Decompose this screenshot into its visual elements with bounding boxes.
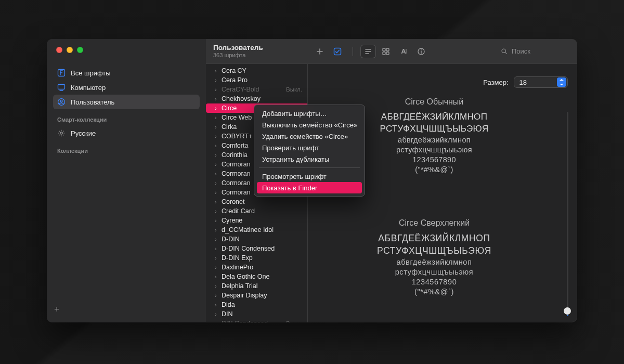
chevron-right-icon[interactable]: › [213, 152, 218, 158]
font-row[interactable]: ›Delphia Trial [206, 281, 307, 291]
svg-rect-10 [406, 49, 407, 54]
font-name: DIN [222, 310, 233, 318]
view-sample-button[interactable] [360, 45, 376, 58]
chevron-right-icon[interactable]: › [213, 124, 218, 130]
font-row[interactable]: ›Dela Gothic One [206, 272, 307, 281]
font-name: Chekhovskoy [222, 95, 261, 102]
sidebar-section-smart: Смарт-коллекции [53, 109, 200, 126]
chevron-right-icon[interactable]: › [213, 96, 218, 102]
chevron-right-icon[interactable]: › [213, 68, 218, 74]
zoom-icon[interactable] [77, 47, 83, 53]
sidebar-item-computer[interactable]: Компьютер [53, 80, 200, 95]
svg-rect-8 [383, 52, 385, 55]
sidebar-item-label: Русские [71, 129, 96, 137]
font-row[interactable]: ›Cera Pro [206, 75, 307, 85]
search-input[interactable] [511, 47, 568, 56]
menu-item[interactable]: Устранить дубликаты [257, 153, 362, 165]
size-slider[interactable] [564, 112, 571, 316]
chevron-right-icon[interactable]: › [213, 199, 218, 205]
chevron-right-icon[interactable]: › [213, 209, 218, 214]
chevron-right-icon[interactable]: › [213, 190, 218, 196]
font-row[interactable]: ›Cera CY [206, 66, 307, 75]
font-row[interactable]: ›d_CCMatinee Idol [206, 225, 307, 235]
chevron-right-icon[interactable]: › [213, 265, 218, 270]
chevron-right-icon[interactable]: › [213, 87, 218, 93]
font-name: Credit Card [222, 207, 255, 215]
font-row[interactable]: ›D-DIN Condensed [206, 244, 307, 253]
search-field[interactable] [496, 45, 571, 58]
font-status: Выкл. [286, 86, 302, 93]
add-fonts-button[interactable] [312, 45, 328, 58]
font-name: D-DIN Exp [222, 254, 253, 262]
menu-item[interactable]: Удалить семейство «Circe» [257, 131, 362, 142]
chevron-right-icon[interactable]: › [213, 115, 218, 121]
chevron-right-icon[interactable]: › [213, 218, 218, 224]
font-row[interactable]: ›Chekhovskoy [206, 94, 307, 103]
chevron-right-icon[interactable]: › [213, 283, 218, 289]
svg-point-13 [502, 49, 505, 53]
chevron-right-icon[interactable]: › [213, 106, 218, 111]
minimize-icon[interactable] [67, 47, 73, 53]
font-name: COBYRT+ [222, 133, 252, 140]
title-block: Пользователь 363 шрифта [206, 41, 308, 61]
view-grid-button[interactable] [378, 45, 394, 58]
chevron-right-icon[interactable]: › [213, 227, 218, 233]
context-menu[interactable]: Добавить шрифты…Выключить семейство «Cir… [254, 105, 365, 197]
font-row[interactable]: ›D-DIN [206, 235, 307, 244]
sidebar-item-user[interactable]: Пользователь [53, 95, 200, 109]
menu-item[interactable]: Добавить шрифты… [257, 108, 362, 119]
view-custom-button[interactable] [396, 45, 411, 58]
font-row[interactable]: ›CeraCY-BoldВыкл. [206, 85, 307, 94]
info-button[interactable] [413, 45, 429, 58]
font-f-icon [57, 69, 66, 77]
menu-item[interactable]: Показать в Finder [257, 182, 362, 193]
window-controls [47, 39, 206, 59]
chevron-right-icon[interactable]: › [213, 255, 218, 261]
font-name: Dida [222, 301, 235, 308]
font-row[interactable]: ›Coronet [206, 197, 307, 206]
chevron-right-icon[interactable]: › [213, 302, 218, 308]
font-row[interactable]: ›DIN [206, 309, 307, 319]
add-collection-button[interactable]: + [47, 301, 206, 318]
menu-separator [259, 167, 360, 168]
font-row[interactable]: ›Dida [206, 300, 307, 309]
smart-collection-russian[interactable]: Русские [53, 126, 200, 140]
sidebar-item-label: Все шрифты [71, 69, 111, 77]
font-name: D-DIN Condensed [222, 245, 275, 252]
font-row[interactable]: ›Credit Card [206, 206, 307, 216]
search-icon [501, 48, 508, 55]
menu-item[interactable]: Выключить семейство «Circe» [257, 119, 362, 131]
font-row[interactable]: ›DaxlinePro [206, 263, 307, 272]
sidebar-body: Все шрифты Компьютер Пользователь Смарт-… [47, 59, 206, 157]
chevron-right-icon[interactable]: › [213, 311, 218, 317]
font-row[interactable]: ›Cyrene [206, 216, 307, 225]
chevron-right-icon[interactable]: › [213, 274, 218, 280]
font-name: Cyrene [222, 217, 242, 224]
slider-knob[interactable] [564, 307, 571, 315]
chevron-right-icon[interactable]: › [213, 143, 218, 149]
close-icon[interactable] [56, 47, 62, 53]
menu-item[interactable]: Просмотреть шрифт [257, 171, 362, 182]
chevron-right-icon[interactable]: › [213, 162, 218, 167]
menu-item[interactable]: Проверить шрифт [257, 142, 362, 153]
font-row[interactable]: ›D-DIN Exp [206, 253, 307, 263]
font-status: Выкл. [286, 320, 302, 322]
chevron-right-icon[interactable]: › [213, 246, 218, 252]
font-name: Coronet [222, 198, 244, 205]
chevron-right-icon[interactable]: › [213, 321, 218, 323]
toggle-enable-button[interactable] [330, 45, 345, 58]
user-icon [57, 98, 66, 106]
chevron-right-icon[interactable]: › [213, 293, 218, 298]
chevron-right-icon[interactable]: › [213, 134, 218, 139]
plus-icon: + [54, 304, 60, 315]
font-name: CeraCY-Bold [222, 86, 259, 93]
sidebar-item-all-fonts[interactable]: Все шрифты [53, 66, 200, 80]
chevron-right-icon[interactable]: › [213, 180, 218, 186]
toolbar-separator [353, 47, 353, 56]
chevron-right-icon[interactable]: › [213, 77, 218, 83]
font-row[interactable]: ›Despair Display [206, 291, 307, 300]
font-row[interactable]: ›DIN CondensedВыкл. [206, 319, 307, 322]
chevron-right-icon[interactable]: › [213, 237, 218, 242]
chevron-right-icon[interactable]: › [213, 171, 218, 177]
svg-point-12 [421, 49, 422, 50]
